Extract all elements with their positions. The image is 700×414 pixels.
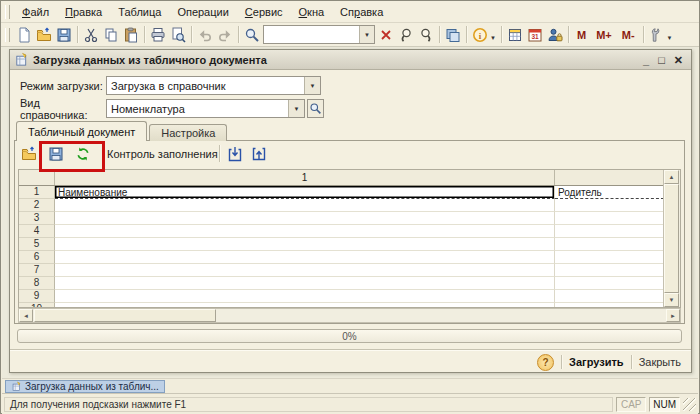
- row-number[interactable]: 7: [19, 264, 55, 277]
- search-combobox[interactable]: ▼: [263, 25, 375, 44]
- calculator-button[interactable]: [505, 25, 525, 45]
- tab-settings[interactable]: Настройка: [149, 124, 227, 141]
- row-number[interactable]: 5: [19, 238, 55, 251]
- row-number[interactable]: 8: [19, 277, 55, 290]
- open-file-button[interactable]: [34, 25, 54, 45]
- grid-cell[interactable]: [55, 290, 555, 303]
- grid-cell[interactable]: [555, 277, 664, 290]
- horizontal-scrollbar[interactable]: ◄ ►: [18, 308, 681, 323]
- dropdown-caret-icon[interactable]: ▼: [490, 29, 498, 41]
- menu-file[interactable]: Файл: [14, 3, 57, 21]
- grid-cell[interactable]: [555, 225, 664, 238]
- calendar-button[interactable]: 31: [525, 25, 545, 45]
- scroll-up-icon[interactable]: ▲: [664, 170, 679, 184]
- grid-cell[interactable]: [555, 290, 664, 303]
- row-number[interactable]: 4: [19, 225, 55, 238]
- close-button[interactable]: Закрыть: [639, 356, 681, 368]
- print-button[interactable]: [148, 25, 168, 45]
- grid-cell[interactable]: Наименование: [55, 186, 555, 199]
- menu-help[interactable]: Справка: [332, 3, 391, 21]
- row-number[interactable]: 1: [19, 186, 55, 199]
- column-header-2[interactable]: [555, 170, 664, 185]
- dropdown-caret-icon[interactable]: ▼: [667, 29, 675, 41]
- minimize-icon[interactable]: _: [643, 55, 649, 65]
- grid-cell[interactable]: [555, 264, 664, 277]
- grid-cell[interactable]: Родитель: [555, 186, 664, 199]
- grid-cell[interactable]: [55, 303, 555, 307]
- column-header-1[interactable]: 1: [55, 170, 555, 185]
- menu-service[interactable]: Сервис: [237, 3, 291, 21]
- row-number[interactable]: 9: [19, 290, 55, 303]
- grid-cell[interactable]: [55, 212, 555, 225]
- cut-button[interactable]: [81, 25, 101, 45]
- taskbar-item-load-data[interactable]: Загрузка данных из таблич...: [5, 380, 165, 393]
- horizontal-scroll-thumb[interactable]: [34, 309, 216, 322]
- save-settings-button[interactable]: [249, 144, 269, 164]
- scroll-down-icon[interactable]: ▼: [664, 293, 679, 307]
- dropdown-arrow-icon[interactable]: ▼: [288, 100, 304, 117]
- row-number[interactable]: 10: [19, 303, 55, 307]
- print-preview-button[interactable]: [168, 25, 188, 45]
- help-button[interactable]: ?: [537, 354, 554, 371]
- search-previous-button[interactable]: [396, 25, 416, 45]
- fill-control-button[interactable]: Контроль заполнения: [107, 148, 218, 160]
- open-file-button[interactable]: [19, 144, 39, 164]
- maximize-icon[interactable]: □: [658, 55, 665, 65]
- scroll-right-icon[interactable]: ►: [666, 309, 680, 322]
- find-button[interactable]: [242, 25, 262, 45]
- grid-cell[interactable]: [555, 238, 664, 251]
- calendar-icon: 31: [527, 27, 543, 43]
- row-number[interactable]: 3: [19, 212, 55, 225]
- vertical-scrollbar[interactable]: ▲ ▼: [663, 170, 680, 307]
- grid-cell[interactable]: [55, 238, 555, 251]
- calculator-icon: [507, 27, 523, 43]
- toolbar-grip[interactable]: [5, 28, 10, 42]
- row-number[interactable]: 6: [19, 251, 55, 264]
- load-button[interactable]: Загрузить: [569, 356, 624, 368]
- grid-cell[interactable]: [55, 199, 555, 212]
- new-document-button[interactable]: [14, 25, 34, 45]
- grid-cell[interactable]: [55, 251, 555, 264]
- toolbar-grip[interactable]: [5, 5, 10, 19]
- dropdown-arrow-icon[interactable]: ▼: [304, 77, 320, 94]
- paste-button[interactable]: [121, 25, 141, 45]
- dropdown-arrow-icon[interactable]: ▼: [359, 26, 374, 43]
- menu-windows[interactable]: Окна: [291, 3, 333, 21]
- windows-list-button[interactable]: [443, 25, 463, 45]
- grid-cell[interactable]: [55, 277, 555, 290]
- clear-search-button[interactable]: [376, 25, 396, 45]
- grid-cell[interactable]: [555, 303, 664, 307]
- close-icon[interactable]: ✕: [674, 55, 683, 65]
- scroll-left-icon[interactable]: ◄: [19, 309, 33, 322]
- menu-operations[interactable]: Операции: [169, 3, 236, 21]
- grid-corner-cell[interactable]: [19, 170, 55, 185]
- row-number[interactable]: 2: [19, 199, 55, 212]
- grid-cell[interactable]: [555, 251, 664, 264]
- info-icon: i: [472, 27, 488, 43]
- memory-recall-button[interactable]: M: [572, 29, 591, 41]
- load-mode-combobox[interactable]: Загрузка в справочник ▼: [106, 76, 321, 95]
- grid-cell[interactable]: [555, 212, 664, 225]
- memory-subtract-button[interactable]: M-: [617, 29, 640, 41]
- lookup-button[interactable]: [307, 99, 324, 118]
- menu-edit[interactable]: Правка: [57, 3, 110, 21]
- grid-cell[interactable]: [55, 264, 555, 277]
- catalog-kind-combobox[interactable]: Номенклатура ▼: [106, 99, 305, 118]
- vertical-scroll-thumb[interactable]: [664, 184, 679, 293]
- load-settings-button[interactable]: [225, 144, 245, 164]
- grid-cell[interactable]: [555, 199, 664, 212]
- tab-tabular-document[interactable]: Табличный документ: [16, 121, 147, 141]
- menu-table[interactable]: Таблица: [110, 3, 169, 21]
- memory-add-button[interactable]: M+: [591, 29, 617, 41]
- catalog-kind-field: Вид справочника: Номенклатура ▼: [20, 99, 324, 118]
- table-row: 8: [19, 277, 664, 290]
- about-button[interactable]: i: [470, 25, 490, 45]
- copy-button[interactable]: [101, 25, 121, 45]
- service-settings-button[interactable]: [647, 25, 667, 45]
- search-next-button[interactable]: [416, 25, 436, 45]
- user-permissions-button[interactable]: [545, 25, 565, 45]
- save-button[interactable]: [54, 25, 74, 45]
- resize-grip[interactable]: [683, 398, 696, 411]
- grid-cell[interactable]: [55, 225, 555, 238]
- arrow-out-of-box-icon: [251, 146, 267, 162]
